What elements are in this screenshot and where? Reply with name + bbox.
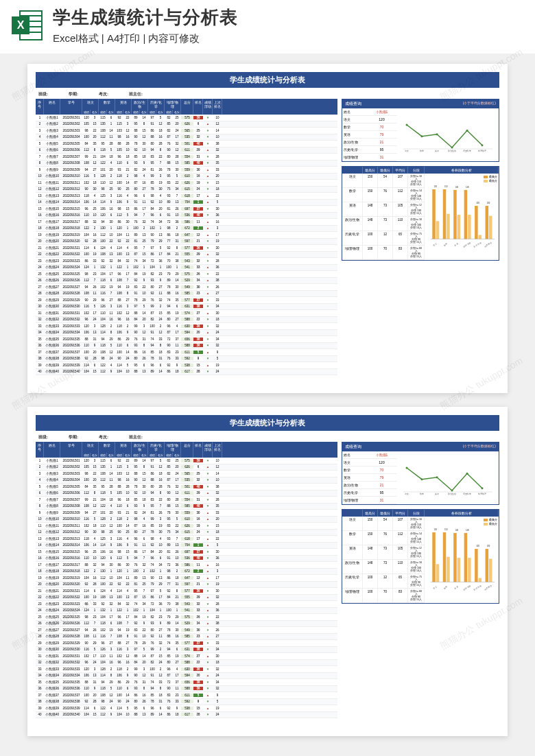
table-row: 39小熊猫39202209153911461224114595696692953… bbox=[36, 362, 337, 369]
table-row: 31小熊猫31202209153110217110111021288148715… bbox=[36, 310, 337, 317]
table-row: 33小熊猫33202209153312031282118299310029646… bbox=[36, 323, 337, 330]
table-row: 12小熊猫12202209151290309825902580277830753… bbox=[36, 530, 337, 536]
svg-rect-41 bbox=[489, 216, 492, 239]
svg-point-9 bbox=[436, 133, 438, 135]
svg-rect-24 bbox=[443, 189, 447, 239]
table-row: 6小熊猫620220915061128118510510921094890126… bbox=[36, 491, 337, 497]
table-row: 16小熊猫16202209151611010120611259479669110… bbox=[36, 213, 337, 220]
svg-text:地理/物理: 地理/物理 bbox=[483, 584, 492, 591]
table-row: 11小熊猫11202209151110218110121001487168519… bbox=[36, 523, 337, 530]
table-row: 26小熊猫26202209152611271186108792993989145… bbox=[36, 621, 337, 628]
svg-text:100: 100 bbox=[476, 545, 479, 547]
excel-icon: X bbox=[10, 8, 45, 43]
table-row: 10小熊猫10202209151011651282118298499395561… bbox=[36, 517, 337, 523]
svg-text:100: 100 bbox=[476, 202, 479, 204]
query-box: 成绩查询(小于平均分数据标红)姓名小熊猫1语文120数学70英语79政治/生物2… bbox=[342, 99, 499, 162]
svg-rect-29 bbox=[457, 215, 461, 239]
table-row: 17小熊猫17202209151788329430863076327434723… bbox=[36, 562, 337, 569]
table-row: 13小熊猫13202209151311841253116496698493761… bbox=[36, 193, 337, 200]
table-row: 9小熊猫920220915099427101209321822481267830… bbox=[36, 167, 337, 174]
svg-text:历史/化学: 历史/化学 bbox=[463, 150, 472, 152]
svg-point-49 bbox=[466, 473, 468, 475]
svg-rect-28 bbox=[453, 190, 457, 239]
svg-text:数学: 数学 bbox=[420, 493, 424, 495]
svg-text:148: 148 bbox=[455, 186, 458, 189]
table-row: 5小熊猫520220915058435952888287830802876325… bbox=[36, 141, 337, 147]
table-subheader: 成绩名次成绩名次成绩名次成绩名次成绩名次成绩名次 bbox=[36, 110, 337, 115]
table-subheader: 成绩名次成绩名次成绩名次成绩名次成绩名次成绩名次 bbox=[36, 453, 337, 458]
svg-rect-33 bbox=[468, 215, 471, 239]
table-row: 14小熊猫14202209151410614114910699111921089… bbox=[36, 543, 337, 550]
stats-box: 最高分最低分平均分分段各科段数分析语文15054107分段>= 16人分段 11… bbox=[342, 509, 499, 604]
table-row: 28小熊猫28202209152810811116710889110921188… bbox=[36, 634, 337, 641]
line-chart: 语文数学英语政治/生物历史/化学地理/物理 bbox=[397, 108, 499, 161]
table-row: 32小熊猫32202209153296241041696168420822480… bbox=[36, 660, 337, 667]
table-row: 30小熊猫30202209153011651263116397599294663… bbox=[36, 647, 337, 654]
svg-rect-67 bbox=[457, 558, 461, 582]
table-row: 7小熊猫720220915079921104189618851883228028… bbox=[36, 497, 337, 504]
spreadsheet-preview-2: 学生成绩统计与分析表班级:学期:考次:班主任:序号姓名学号语文数学英语政治/生物… bbox=[27, 407, 508, 736]
svg-point-7 bbox=[406, 124, 408, 126]
table-row: 38小熊猫38202209153892289824902480267831763… bbox=[36, 356, 337, 363]
table-row: 14小熊猫14202209151410614114910699111921089… bbox=[36, 200, 337, 206]
stats-table: 语文15054107分段>= 16人分段 110分段 13人数学15076112… bbox=[342, 174, 425, 260]
table-row: 8小熊猫820220915081081212241106939957881558… bbox=[36, 504, 337, 510]
table-row: 39小熊猫39202209153911461224114595696692953… bbox=[36, 705, 337, 712]
svg-point-10 bbox=[451, 147, 453, 149]
svg-rect-62 bbox=[443, 532, 447, 582]
table-row: 6小熊猫620220915061128118510510921094890126… bbox=[36, 147, 337, 154]
svg-text:数学: 数学 bbox=[443, 585, 448, 589]
table-row: 1小熊猫120220915011203115692228914975822557… bbox=[36, 115, 337, 121]
table-row: 30小熊猫30202209153011651263116397599294663… bbox=[36, 304, 337, 311]
table-row: 40小熊猫40202209154010415112910410881389148… bbox=[36, 712, 337, 719]
query-table: 姓名小熊猫1语文120数学70英语79政治/生物21历史/化学95地理/物理31 bbox=[342, 451, 397, 504]
table-row: 38小熊猫38202209153892289824902480267831763… bbox=[36, 699, 337, 706]
svg-rect-36 bbox=[475, 206, 478, 239]
table-row: 19小熊猫19202209151910416112101041189139013… bbox=[36, 575, 337, 582]
svg-rect-74 bbox=[475, 549, 478, 582]
page-title: 学生成绩统计与分析表 bbox=[53, 5, 525, 29]
svg-text:英语: 英语 bbox=[435, 150, 439, 152]
table-row: 22小熊猫22202209152210019108131001387158617… bbox=[36, 252, 337, 259]
table-row: 21小熊猫21202209152111461244114495797592857… bbox=[36, 245, 337, 252]
svg-text:语文: 语文 bbox=[433, 585, 438, 589]
table-row: 17小熊猫17202209151788329430863076327434723… bbox=[36, 219, 337, 226]
table-row: 36小熊猫36202209153611091185110693894890115… bbox=[36, 686, 337, 693]
svg-text:150: 150 bbox=[434, 528, 438, 531]
table-row: 31小熊猫31202209153110217110111021288148715… bbox=[36, 653, 337, 660]
spreadsheet-preview-1: 学生成绩统计与分析表班级:学期:考次:班主任:序号姓名学号语文数学英语政治/生物… bbox=[27, 64, 508, 393]
svg-rect-79 bbox=[489, 559, 492, 582]
svg-rect-59 bbox=[436, 564, 440, 582]
svg-text:148: 148 bbox=[455, 529, 458, 532]
svg-text:英语: 英语 bbox=[454, 585, 459, 589]
meta-row: 班级:学期:考次:班主任: bbox=[36, 433, 499, 442]
table-row: 4小熊猫420220915041002011211981690128816871… bbox=[36, 477, 337, 484]
svg-text:150: 150 bbox=[444, 185, 448, 188]
sheet-title: 学生成绩统计与分析表 bbox=[36, 72, 499, 88]
table-row: 34小熊猫34202209153410613114810699012911287… bbox=[36, 673, 337, 680]
svg-rect-32 bbox=[464, 190, 468, 239]
svg-text:历史/化学: 历史/化学 bbox=[473, 584, 482, 591]
table-row: 20小熊猫20202209152092281002292228125792977… bbox=[36, 582, 337, 589]
svg-text:数学: 数学 bbox=[420, 150, 424, 152]
table-row: 26小熊猫26202209152611271186108792993989145… bbox=[36, 278, 337, 285]
table-row: 27小熊猫27202209152794261021994198322802778… bbox=[36, 284, 337, 291]
table-row: 20小熊猫20202209152092281002292228125792977… bbox=[36, 239, 337, 246]
svg-text:148: 148 bbox=[466, 186, 469, 189]
svg-text:148: 148 bbox=[466, 529, 469, 532]
table-row: 21小熊猫21202209152111461244114495797592857… bbox=[36, 588, 337, 595]
svg-rect-37 bbox=[479, 235, 482, 239]
table-row: 32小熊猫32202209153296241041696168420822480… bbox=[36, 317, 337, 324]
svg-rect-40 bbox=[486, 206, 489, 239]
table-header: 序号姓名学号语文数学英语政治/生物历史/化学地理/物理总分排名成绩浮动上次排名 bbox=[36, 99, 337, 110]
line-chart: 语文数学英语政治/生物历史/化学地理/物理 bbox=[397, 451, 499, 504]
table-row: 1小熊猫120220915011203115692228914975822557… bbox=[36, 458, 337, 464]
query-table: 姓名小熊猫1语文120数学70英语79政治/生物21历史/化学95地理/物理31 bbox=[342, 108, 397, 161]
svg-point-8 bbox=[421, 135, 423, 137]
svg-text:地理/物理: 地理/物理 bbox=[477, 493, 487, 495]
table-row: 5小熊猫520220915058435952888287830802876325… bbox=[36, 484, 337, 491]
stats-box: 最高分最低分平均分分段各科段数分析语文15054107分段>= 16人分段 11… bbox=[342, 166, 499, 261]
chart-legend: 最高分最低分 bbox=[484, 518, 497, 526]
table-row: 37小熊猫37202209153710020108121001486168518… bbox=[36, 692, 337, 699]
table-row: 11小熊猫11202209151110218110121001487168519… bbox=[36, 180, 337, 187]
